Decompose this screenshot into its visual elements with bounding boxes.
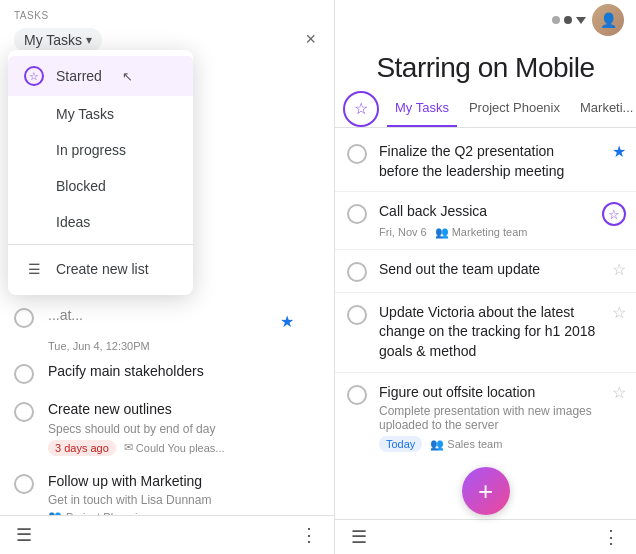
left-task-list: ...at... ★ Tue, Jun 4, 12:30PM Pacify ma…: [0, 294, 334, 515]
more-icon[interactable]: ⋮: [602, 526, 620, 548]
dropdown-my-tasks-label: My Tasks: [56, 106, 114, 122]
task-title: Send out the team update: [379, 261, 540, 277]
list-item: ...at... ★: [0, 302, 334, 336]
dropdown-item-starred[interactable]: ☆ Starred ↖: [8, 56, 193, 96]
chevron-down-icon: ▾: [86, 33, 92, 47]
list-icon: ☰: [24, 259, 44, 279]
left-bottom-bar: ☰ ⋮: [0, 515, 334, 554]
date-label: Fri, Nov 6: [379, 226, 427, 238]
task-circle[interactable]: [14, 308, 34, 328]
left-header: TASKS My Tasks ▾ ×: [0, 0, 334, 54]
more-icon[interactable]: ⋮: [300, 524, 318, 546]
tasks-label: TASKS: [14, 10, 320, 21]
project-name: Project Phoenix: [66, 511, 143, 515]
dropdown-item-my-tasks[interactable]: My Tasks: [8, 96, 193, 132]
task-circle[interactable]: [14, 474, 34, 494]
list-item: Call back Jessica Fri, Nov 6 👥 Marketing…: [335, 192, 636, 249]
task-title: Call back Jessica: [379, 203, 487, 219]
tab-project-phoenix[interactable]: Project Phoenix: [461, 90, 568, 127]
team-tag: 👥 Marketing team: [435, 226, 528, 239]
list-item: Finalize the Q2 presentation before the …: [335, 132, 636, 191]
hamburger-icon[interactable]: ☰: [351, 526, 367, 548]
msg-tag: ✉ Could You pleas...: [124, 441, 225, 454]
task-circle[interactable]: [14, 402, 34, 422]
left-panel: TASKS My Tasks ▾ × ☆ Starred ↖ My Tasks …: [0, 0, 335, 554]
top-bar-controls: [552, 16, 586, 24]
task-circle[interactable]: [347, 385, 367, 405]
dropdown-divider: [8, 244, 193, 245]
dropdown-item-create-list[interactable]: ☰ Create new list: [8, 249, 193, 289]
star-filled-icon[interactable]: ★: [612, 142, 626, 161]
date-label: Tue, Jun 4, 12:30PM: [0, 336, 334, 354]
task-content: Follow up with Marketing Get in touch wi…: [48, 472, 320, 515]
task-circle[interactable]: [347, 204, 367, 224]
dropdown-item-in-progress[interactable]: In progress: [8, 132, 193, 168]
msg-text: Could You pleas...: [136, 442, 225, 454]
right-task-list: Finalize the Q2 presentation before the …: [335, 128, 636, 461]
people-icon: 👥: [435, 226, 449, 239]
task-title: ...at...: [48, 307, 83, 323]
right-top-bar: 👤: [335, 0, 636, 40]
people-icon: 👥: [430, 438, 444, 451]
fab-button[interactable]: +: [462, 467, 510, 515]
task-meta: Fri, Nov 6 👥 Marketing team: [379, 226, 596, 239]
task-title: Figure out offsite location: [379, 384, 535, 400]
task-title: Follow up with Marketing: [48, 473, 202, 489]
cursor-icon: ↖: [122, 69, 133, 84]
task-circle[interactable]: [347, 144, 367, 164]
fab-area: +: [335, 461, 636, 519]
right-bottom-bar: ☰ ⋮: [335, 519, 636, 554]
task-subtitle: Complete presentation with new images up…: [379, 404, 596, 432]
star-outline-icon[interactable]: ☆: [612, 383, 626, 402]
tab-my-tasks[interactable]: My Tasks: [387, 90, 457, 127]
tabs-bar: ☆ My Tasks Project Phoenix Marketi...: [335, 90, 636, 128]
days-ago-tag: 3 days ago: [48, 440, 116, 456]
star-outline-icon[interactable]: ☆: [612, 303, 626, 322]
task-circle[interactable]: [347, 262, 367, 282]
dropdown-in-progress-label: In progress: [56, 142, 126, 158]
task-subtitle: Get in touch with Lisa Dunnam: [48, 493, 320, 507]
star-outline-icon[interactable]: ☆: [602, 202, 626, 226]
task-title: Pacify main stakeholders: [48, 363, 204, 379]
task-meta: 3 days ago ✉ Could You pleas...: [48, 440, 320, 456]
list-item: Create new outlines Specs should out by …: [0, 392, 334, 464]
team-name: Marketing team: [452, 226, 528, 238]
close-button[interactable]: ×: [301, 25, 320, 54]
dot-gray: [552, 16, 560, 24]
today-tag: Today: [379, 436, 422, 452]
dropdown-menu: ☆ Starred ↖ My Tasks In progress Blocked…: [8, 50, 193, 295]
team-tag: 👥 Sales team: [430, 438, 502, 451]
task-content: Finalize the Q2 presentation before the …: [379, 142, 624, 181]
avatar[interactable]: 👤: [592, 4, 624, 36]
tab-marketing[interactable]: Marketi...: [572, 90, 636, 127]
dropdown-create-list-label: Create new list: [56, 261, 149, 277]
right-panel: 👤 Starring on Mobile ☆ My Tasks Project …: [335, 0, 636, 554]
star-tab-button[interactable]: ☆: [343, 91, 379, 127]
list-item: Pacify main stakeholders: [0, 354, 334, 392]
hamburger-icon[interactable]: ☰: [16, 524, 32, 546]
dropdown-ideas-label: Ideas: [56, 214, 90, 230]
my-tasks-label: My Tasks: [24, 32, 82, 48]
dropdown-starred-label: Starred: [56, 68, 102, 84]
list-item: Figure out offsite location Complete pre…: [335, 373, 636, 461]
my-tasks-dropdown-button[interactable]: My Tasks ▾: [14, 28, 102, 52]
star-filled-icon[interactable]: ★: [280, 312, 294, 331]
task-content: Send out the team update: [379, 260, 624, 280]
dropdown-item-blocked[interactable]: Blocked: [8, 168, 193, 204]
task-title: Update Victoria about the latest change …: [379, 304, 595, 359]
task-subtitle: Specs should out by end of day: [48, 422, 320, 436]
task-circle[interactable]: [14, 364, 34, 384]
people-icon: 👥: [48, 510, 62, 515]
dropdown-item-ideas[interactable]: Ideas: [8, 204, 193, 240]
task-title: Finalize the Q2 presentation before the …: [379, 143, 564, 179]
task-content: Figure out offsite location Complete pre…: [379, 383, 624, 453]
project-tag: 👥 Project Phoenix: [48, 510, 320, 515]
star-circle-icon: ☆: [24, 66, 44, 86]
star-outline-icon[interactable]: ☆: [612, 260, 626, 279]
task-circle[interactable]: [347, 305, 367, 325]
team-name: Sales team: [447, 438, 502, 450]
list-item: Send out the team update ☆: [335, 250, 636, 292]
list-item: Update Victoria about the latest change …: [335, 293, 636, 372]
task-title: Create new outlines: [48, 401, 172, 417]
task-meta: Today 👥 Sales team: [379, 436, 596, 452]
